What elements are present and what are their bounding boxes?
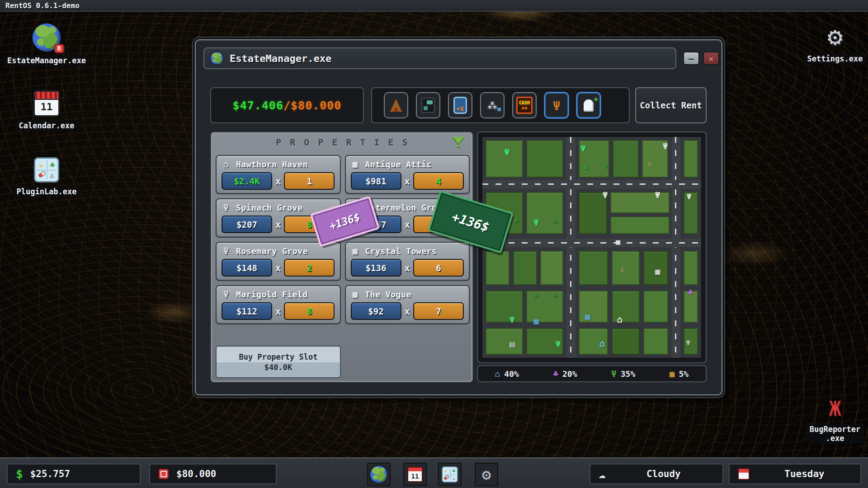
map-marker: ♙ xyxy=(647,160,652,167)
count-button[interactable]: 8 xyxy=(284,302,335,320)
building-icon: ▦ xyxy=(350,289,361,299)
globe-icon xyxy=(370,466,387,483)
filter-button[interactable] xyxy=(452,136,465,150)
multiply-sign: x xyxy=(275,219,281,230)
count-button[interactable]: 7 xyxy=(413,302,464,320)
cash-tool-button[interactable]: CASH ++ xyxy=(512,92,537,118)
map-block xyxy=(513,251,537,285)
price-button[interactable]: $2.4K xyxy=(222,172,272,190)
stat-residential: ⌂ 40% xyxy=(495,369,519,379)
pill-icon xyxy=(38,171,46,178)
grape-icon: ♣ xyxy=(553,370,558,378)
pluginlab-icon: ★ ♣ ♙ xyxy=(34,157,59,183)
weather-label: Cloudy xyxy=(646,469,681,479)
property-name: Spinach Grove xyxy=(236,203,302,212)
taskbar: $ $25.757 $80.000 11 ★ ♣ ♙ ⚙ ☁ Cloudy Tu… xyxy=(0,457,868,488)
price-button[interactable]: $148 xyxy=(222,259,272,277)
price-button[interactable]: $207 xyxy=(222,216,272,233)
desktop-icon-bugreporter[interactable]: Ж BugReporter .exe xyxy=(792,398,868,444)
desktop-icon-estatemanager[interactable]: 8 EstateManager.exe xyxy=(4,23,90,66)
count-button[interactable]: 6 xyxy=(413,259,464,277)
pawn-icon: ♙ xyxy=(50,172,54,179)
window-title-bar[interactable]: EstateManager.exe xyxy=(203,47,676,69)
property-name: Antique Attic xyxy=(365,160,432,169)
stat-grape: ♣ 20% xyxy=(553,369,577,379)
multiply-sign: x xyxy=(275,263,281,273)
map-block xyxy=(684,251,698,285)
paw-tool-button[interactable]: ⁂ xyxy=(480,92,505,118)
property-card: ▦Crystal Towers $136 x 6 xyxy=(345,242,470,281)
map-marker: ⌂ xyxy=(599,339,605,348)
map-marker: ▦ xyxy=(585,313,590,321)
map-marker: Ψ xyxy=(556,340,561,348)
count-button[interactable]: 4 xyxy=(413,172,464,190)
pill-icon xyxy=(443,475,449,480)
map-block xyxy=(684,140,698,178)
taskbar-button-settings[interactable]: ⚙ xyxy=(475,463,498,486)
crate-icon: ▦ xyxy=(670,370,675,378)
taskbar-day-display: Tuesday xyxy=(729,464,861,484)
plant-icon: Ψ xyxy=(553,99,560,113)
desktop-icon-settings[interactable]: ⚙ Settings.exe xyxy=(792,23,868,65)
multiply-sign: x xyxy=(275,306,281,317)
taskbar-button-estatemanager[interactable] xyxy=(367,463,391,486)
shop-tool-button[interactable] xyxy=(416,92,440,118)
cash-icon: CASH ++ xyxy=(516,97,533,114)
cap-value: $80.000 xyxy=(176,469,217,479)
map-marker: Ψ xyxy=(663,142,668,150)
minimize-button[interactable]: – xyxy=(683,52,699,65)
desktop-icon-pluginlab[interactable]: ★ ♣ ♙ PluginLab.exe xyxy=(4,157,90,197)
map-marker: Ψ xyxy=(534,219,539,227)
day-label: Tuesday xyxy=(784,469,825,479)
taskbar-button-calendar[interactable]: 11 xyxy=(403,463,427,486)
map-block xyxy=(486,140,523,178)
price-button[interactable]: $136 xyxy=(351,259,401,277)
price-button[interactable]: $112 xyxy=(222,302,272,320)
buy-property-slot-button[interactable]: Buy Property Slot $40.0K xyxy=(216,346,341,378)
calendar-icon xyxy=(738,468,750,480)
desktop-icon-label: PluginLab.exe xyxy=(13,186,80,197)
map-block xyxy=(526,140,563,178)
map-marker: ▤ xyxy=(510,340,515,348)
sprout-icon: Ψ xyxy=(611,370,616,378)
stat-sprout: Ψ 35% xyxy=(611,369,635,379)
money-current: $47.406 xyxy=(233,99,283,112)
city-map[interactable]: ΨΨΨ♣♠♙ΨΨΨ♠Ψ♠▩♙▦♣♠♠Ψ▦▦⌂▤Ψ⌂♆ xyxy=(481,136,702,359)
map-marker: ▩ xyxy=(616,239,620,246)
property-card: ▦The Vogue $92 x 7 xyxy=(345,285,470,324)
ghost-tool-button[interactable] xyxy=(576,92,601,118)
map-block xyxy=(612,291,640,323)
map-panel: ΨΨΨ♣♠♙ΨΨΨ♠Ψ♠▩♙▦♣♠♠Ψ▦▦⌂▤Ψ⌂♆ xyxy=(477,131,707,363)
count-button[interactable]: 2 xyxy=(284,259,335,277)
house-icon: ⌂ xyxy=(495,370,500,378)
map-marker: ▦ xyxy=(655,267,660,276)
map-marker: ♙ xyxy=(620,266,625,273)
collect-rent-button[interactable]: Collect Rent xyxy=(635,87,707,123)
calendar-icon: 11 xyxy=(33,90,60,117)
sprout-icon: Ψ xyxy=(221,289,231,299)
property-name: Marigold Field xyxy=(236,290,308,299)
clover-icon: ♣ xyxy=(50,161,55,169)
taskbar-button-pluginlab[interactable]: ★ ♣ ♙ xyxy=(438,463,462,486)
map-marker: ♠ xyxy=(514,216,519,225)
map-block xyxy=(540,251,563,285)
tree-tool-button[interactable] xyxy=(384,92,408,118)
price-button[interactable]: $981 xyxy=(351,172,401,190)
count-button[interactable]: 1 xyxy=(284,172,335,190)
road-vertical xyxy=(672,137,680,358)
desktop-icon-calendar[interactable]: 11 Calendar.exe xyxy=(4,90,90,131)
card-plus-tool-button[interactable]: +X xyxy=(448,92,472,118)
map-block xyxy=(610,216,670,234)
road-horizontal xyxy=(482,180,701,189)
taskbar-cash-display: $ $25.757 xyxy=(7,464,141,484)
plant-tool-button[interactable]: Ψ xyxy=(544,92,569,118)
notification-badge: 8 xyxy=(54,44,64,53)
os-version-label: RentOS 0.6.1-demo xyxy=(5,1,80,10)
desktop-icon-label: Settings.exe xyxy=(804,53,867,65)
price-button[interactable]: $92 xyxy=(351,302,401,320)
property-card: ⌂Hawthorn Haven $2.4K x 1 xyxy=(216,155,341,194)
taskbar-weather-display: ☁ Cloudy xyxy=(590,464,723,484)
os-title-bar: RentOS 0.6.1-demo xyxy=(0,0,868,12)
close-button[interactable]: ✕ xyxy=(703,52,719,65)
calendar-icon: 11 xyxy=(407,467,423,482)
